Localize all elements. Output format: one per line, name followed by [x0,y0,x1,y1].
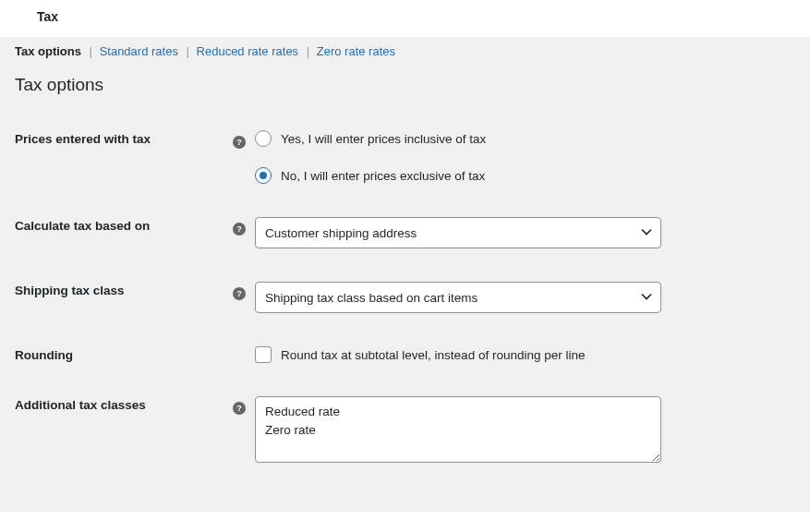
radio-label-exclusive: No, I will enter prices exclusive of tax [281,169,485,183]
checkbox-rounding[interactable] [255,346,272,363]
select-value: Customer shipping address [265,226,417,240]
tab-zero-rate-rates[interactable]: Zero rate rates [317,44,395,58]
tab-separator: | [90,44,92,58]
tab-tax-options[interactable]: Tax options [15,44,81,58]
form-table: Prices entered with tax ? Yes, I will en… [15,114,799,482]
label-calculate-tax: Calculate tax based on [15,217,233,233]
label-prices-entered-with-tax: Prices entered with tax [15,130,233,146]
tab-standard-rates[interactable]: Standard rates [100,44,178,58]
radio-prices-inclusive[interactable]: Yes, I will enter prices inclusive of ta… [255,130,661,147]
select-shipping-tax-class[interactable]: Shipping tax class based on cart items [255,282,661,313]
label-additional-tax-classes: Additional tax classes [15,396,233,412]
help-icon[interactable]: ? [233,287,246,300]
row-calculate-tax: Calculate tax based on ? Customer shippi… [15,200,799,265]
label-rounding: Rounding [15,346,233,362]
radio-circle-icon [255,167,272,184]
row-additional-tax-classes: Additional tax classes ? [15,380,799,482]
tab-reduced-rate-rates[interactable]: Reduced rate rates [197,44,299,58]
select-calculate-tax[interactable]: Customer shipping address [255,217,661,248]
checkbox-label-rounding: Round tax at subtotal level, instead of … [281,348,585,362]
help-icon[interactable]: ? [233,223,246,236]
tab-separator: | [307,44,309,58]
label-shipping-tax-class: Shipping tax class [15,282,233,297]
page-title: Tax [0,0,810,37]
row-shipping-tax-class: Shipping tax class ? Shipping tax class … [15,265,799,330]
radio-circle-icon [255,130,272,147]
row-rounding: Rounding Round tax at subtotal level, in… [15,330,799,380]
sub-tabs: Tax options | Standard rates | Reduced r… [15,37,799,75]
help-icon[interactable]: ? [233,402,246,415]
radio-label-inclusive: Yes, I will enter prices inclusive of ta… [281,132,486,146]
textarea-additional-tax-classes[interactable] [255,396,661,463]
radio-prices-exclusive[interactable]: No, I will enter prices exclusive of tax [255,167,661,184]
help-icon[interactable]: ? [233,136,246,149]
tab-separator: | [187,44,189,58]
select-value: Shipping tax class based on cart items [265,291,478,305]
section-title: Tax options [15,75,799,95]
row-prices-entered-with-tax: Prices entered with tax ? Yes, I will en… [15,114,799,200]
content-area: Tax options | Standard rates | Reduced r… [0,37,810,512]
